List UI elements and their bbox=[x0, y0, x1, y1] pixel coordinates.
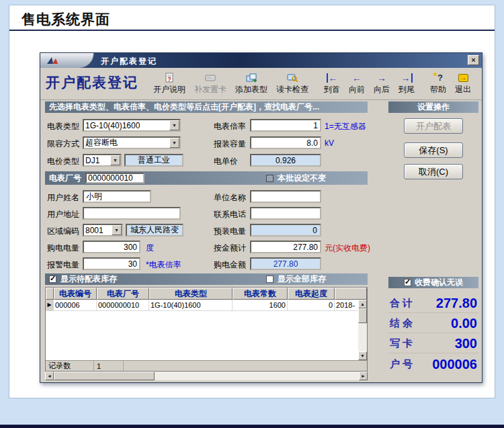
by-amount-unit: 元(实收电费) bbox=[325, 243, 370, 254]
vscroll-track[interactable] bbox=[358, 308, 367, 351]
col-factory-no[interactable]: 电表厂号 bbox=[97, 288, 149, 300]
row-user-addr: 用户地址 联系电话 bbox=[45, 207, 368, 220]
meter-type-value: 1G-10(40)1600 bbox=[84, 121, 169, 130]
stock-right-checkbox[interactable] bbox=[266, 275, 274, 283]
confirm-bar: 收费确认无误 bbox=[388, 277, 478, 288]
toolbar-button-label: 退出 bbox=[455, 84, 471, 95]
chevron-down-icon[interactable]: ▼ bbox=[112, 225, 122, 235]
area-code-label: 区域编码 bbox=[47, 226, 79, 237]
toolbar-button-label: 帮助 bbox=[430, 84, 446, 95]
scroll-left-icon[interactable]: ◄ bbox=[45, 372, 54, 380]
row-area-code: 区域编码 8001 ▼ 城东人民路变 预装电量 0 bbox=[45, 224, 368, 237]
window-title: 开户配表登记 bbox=[101, 56, 157, 67]
col-start-reading[interactable]: 电表起度 bbox=[288, 288, 335, 300]
limit-mode-label: 限容方式 bbox=[47, 138, 79, 150]
toolbar-button-open-instructions[interactable]: ? 开户说明 bbox=[150, 70, 189, 98]
row-meter-type: 电表类型 1G-10(40)1600 ▼ 电表倍率 1=无互感器 bbox=[45, 119, 368, 132]
org-name-input[interactable] bbox=[250, 190, 321, 203]
factory-label: 电表厂号 bbox=[49, 173, 81, 184]
limit-mode-combo[interactable]: 超容断电 ▼ bbox=[83, 136, 181, 149]
vscroll-thumb[interactable] bbox=[358, 308, 367, 323]
go-first-icon: ← bbox=[327, 73, 338, 83]
assign-meter-button[interactable]: 开户配表 bbox=[404, 118, 463, 134]
close-button[interactable]: × bbox=[468, 55, 479, 65]
stock-right-label: 显示全部库存 bbox=[278, 273, 326, 285]
meter-ratio-label: 电表倍率 bbox=[214, 121, 246, 132]
save-button[interactable]: 保存(S) bbox=[404, 142, 463, 158]
alarm-input[interactable] bbox=[83, 257, 140, 270]
toolbar-button-label: 到首 bbox=[324, 84, 340, 95]
stat-account-no-label: 户号 bbox=[390, 358, 415, 371]
svg-text:?: ? bbox=[167, 76, 171, 83]
toolbar-button-read-card-check[interactable]: 读卡检查 bbox=[273, 70, 312, 98]
batch-checkbox[interactable] bbox=[266, 175, 274, 182]
settings-bar-label: 设置操作 bbox=[417, 101, 450, 113]
cancel-button[interactable]: 取消(C) bbox=[404, 164, 463, 179]
buy-qty-unit: 度 bbox=[146, 243, 154, 254]
scroll-up-icon[interactable]: ▲ bbox=[358, 300, 367, 308]
row-limit-mode: 限容方式 超容断电 ▼ 报装容量 kV bbox=[45, 136, 368, 150]
doc-question-icon: ? bbox=[164, 73, 175, 83]
buy-qty-input[interactable] bbox=[83, 241, 140, 253]
stat-balance-label: 结余 bbox=[390, 317, 415, 330]
hscroll-track[interactable] bbox=[54, 372, 359, 380]
stock-bar: 显示待配表库存 显示全部库存 bbox=[45, 273, 368, 285]
table-row[interactable]: ▶ 000006 0000000010 1G-10(40)1600 1600 0… bbox=[46, 300, 367, 311]
vertical-scrollbar[interactable]: ▲ ▼ bbox=[358, 300, 367, 360]
phone-input[interactable] bbox=[250, 207, 321, 220]
stat-total: 合计 277.80 bbox=[388, 294, 478, 313]
page-card: 售电系统界面 开户配表登记 × 开户配表登记 ? 开户说明 bbox=[9, 5, 495, 398]
go-last-icon: → bbox=[401, 73, 413, 83]
toolbar-button-go-next[interactable]: → 向后 bbox=[370, 70, 393, 98]
horizontal-scrollbar[interactable]: ◄ ► bbox=[45, 372, 368, 380]
toolbar-button-label: 向前 bbox=[349, 84, 365, 95]
user-addr-input[interactable] bbox=[83, 207, 181, 220]
scroll-right-icon[interactable]: ► bbox=[359, 372, 368, 380]
toolbar-button-reissue-card[interactable]: 补发置卡 bbox=[191, 70, 230, 98]
toolbar-button-go-first[interactable]: ← 到首 bbox=[321, 70, 343, 98]
preset-label: 预装电量 bbox=[214, 226, 246, 237]
buy-qty-label: 购电电量 bbox=[47, 243, 79, 254]
page-bottom-bar bbox=[0, 425, 504, 428]
meter-type-combo[interactable]: 1G-10(40)1600 ▼ bbox=[83, 119, 181, 132]
stat-account-no: 户号 000006 bbox=[388, 355, 478, 374]
chevron-down-icon[interactable]: ▼ bbox=[110, 155, 120, 165]
stat-write-card-value: 300 bbox=[455, 336, 477, 351]
titlebar[interactable]: 开户配表登记 × bbox=[40, 53, 482, 68]
toolbar-button-go-last[interactable]: → 到尾 bbox=[395, 70, 418, 98]
capacity-input[interactable] bbox=[250, 136, 321, 149]
area-code-combo[interactable]: 8001 ▼ bbox=[83, 224, 123, 237]
factory-bar: 电表厂号 本批设定不变 bbox=[45, 171, 368, 185]
stock-left-checkbox[interactable] bbox=[49, 275, 56, 283]
confirm-checkbox[interactable] bbox=[404, 279, 411, 286]
price-type-label: 电价类型 bbox=[47, 156, 79, 167]
by-amount-label: 按金额计 bbox=[214, 243, 246, 254]
toolbar-button-exit[interactable]: → 退出 bbox=[452, 70, 474, 98]
card-gray-icon bbox=[205, 73, 216, 83]
user-name-input[interactable] bbox=[83, 190, 151, 203]
cell-meter-type: 1G-10(40)1600 bbox=[149, 300, 233, 311]
footer-spacer bbox=[124, 361, 367, 371]
hscroll-thumb[interactable] bbox=[54, 372, 155, 380]
col-constant[interactable]: 电表常数 bbox=[233, 288, 288, 300]
meter-ratio-input[interactable] bbox=[250, 119, 321, 132]
toolbar-button-go-prev[interactable]: ← 向前 bbox=[345, 70, 368, 98]
scroll-down-icon[interactable]: ▼ bbox=[358, 351, 367, 360]
capacity-label: 报装容量 bbox=[214, 138, 246, 150]
col-meter-no[interactable]: 电表编号 bbox=[54, 288, 97, 300]
grid-body: ▶ 000006 0000000010 1G-10(40)1600 1600 0… bbox=[46, 300, 367, 360]
toolbar-button-add-meter-type[interactable]: 添加表型 bbox=[232, 70, 271, 98]
chevron-down-icon[interactable]: ▼ bbox=[169, 138, 179, 148]
go-next-icon: → bbox=[377, 73, 386, 83]
cell-start-reading: 0 bbox=[288, 300, 335, 311]
read-card-icon bbox=[287, 73, 298, 83]
stat-balance: 结余 0.00 bbox=[388, 314, 478, 333]
col-meter-type[interactable]: 电表类型 bbox=[149, 288, 233, 300]
chevron-down-icon[interactable]: ▼ bbox=[169, 120, 179, 130]
by-amount-input[interactable] bbox=[250, 241, 321, 253]
record-count-value: 1 bbox=[94, 361, 124, 371]
buy-amount-label: 购电金额 bbox=[214, 259, 246, 271]
toolbar-button-help[interactable]: ★? 帮助 bbox=[427, 70, 450, 98]
factory-input[interactable] bbox=[85, 173, 144, 183]
price-type-combo[interactable]: DJ1 ▼ bbox=[83, 154, 122, 167]
